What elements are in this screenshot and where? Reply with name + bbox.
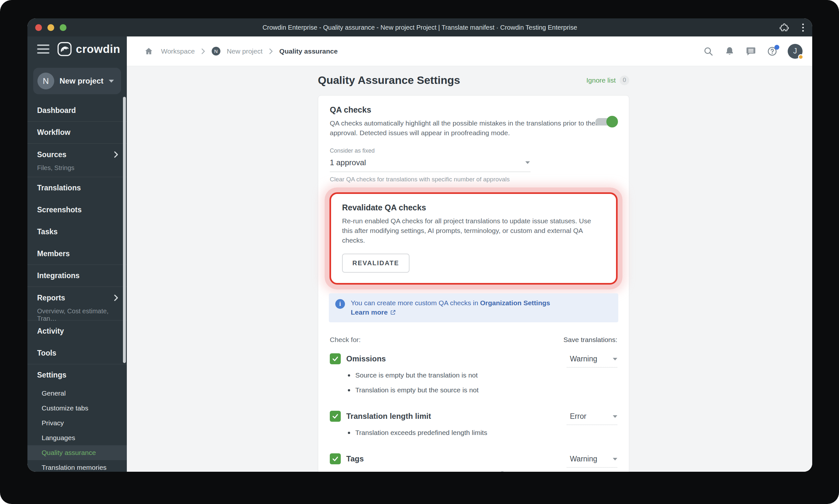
sidebar-item-settings-general[interactable]: General [28, 386, 127, 401]
help-icon[interactable] [766, 46, 778, 57]
sidebar-item-tools[interactable]: Tools [28, 342, 127, 364]
notifications-bell-icon[interactable] [724, 46, 735, 57]
sidebar-item-settings-privacy[interactable]: Privacy [28, 416, 127, 430]
sidebar-scrollbar[interactable] [123, 97, 126, 363]
chevron-down-icon [109, 80, 114, 83]
bullet-item: Translation exceeds predefined length li… [348, 429, 567, 436]
check-for-label: Check for: [330, 336, 564, 344]
chevron-right-icon [114, 151, 119, 158]
sidebar-item-settings-quality-assurance[interactable]: Quality assurance [28, 445, 127, 460]
sidebar-item-members[interactable]: Members [28, 242, 127, 265]
consider-as-fixed-label: Consider as fixed [330, 147, 617, 154]
organization-settings-link[interactable]: Organization Settings [480, 299, 550, 307]
hamburger-menu-icon[interactable] [37, 44, 49, 54]
revalidate-button[interactable]: REVALIDATE [342, 254, 410, 273]
info-banner: i You can create more custom QA checks i… [329, 293, 618, 322]
chevron-right-icon [201, 49, 205, 54]
chevron-down-icon [613, 415, 617, 418]
revalidate-highlight-glow: Revalidate QA checks Re-run enabled QA c… [325, 187, 623, 289]
breadcrumb-current: Quality assurance [280, 48, 338, 55]
qa-checks-heading: QA checks [330, 105, 617, 114]
sidebar-item-sources[interactable]: Sources Files, Strings [28, 143, 127, 177]
consider-as-fixed-help: Clear QA checks for translations with sp… [330, 176, 617, 183]
window-title: Crowdin Enterprise - Quality assurance -… [28, 24, 812, 31]
sidebar-menu: Dashboard Workflow Sources Files, String… [28, 100, 127, 472]
browser-window: Crowdin Enterprise - Quality assurance -… [28, 18, 812, 472]
revalidate-description: Re-run enabled QA checks for all project… [342, 216, 597, 245]
page-content: Quality Assurance Settings Ignore list 0… [127, 66, 812, 472]
sidebar-item-translations[interactable]: Translations [28, 177, 127, 199]
sidebar-item-screenshots[interactable]: Screenshots [28, 199, 127, 221]
breadcrumb-workspace[interactable]: Workspace [161, 48, 195, 55]
breadcrumb-project[interactable]: New project [227, 48, 263, 55]
browser-menu-icon[interactable] [802, 23, 804, 32]
info-icon[interactable]: i [498, 471, 506, 472]
bullet-item: Inconsistent tags in the source and tran… [348, 471, 567, 472]
home-icon[interactable] [143, 46, 155, 57]
toggle-thumb [606, 116, 618, 127]
messages-chat-icon[interactable] [745, 46, 757, 57]
chevron-down-icon [525, 161, 530, 164]
sidebar-item-settings-languages[interactable]: Languages [28, 430, 127, 445]
sidebar-item-sources-sub: Files, Strings [37, 164, 119, 172]
check-row-omissions: Omissions Source is empty but the transl… [330, 353, 617, 394]
qa-settings-card: QA checks QA checks automatically highli… [318, 95, 629, 472]
external-link-icon [390, 309, 396, 316]
ignore-list-count-badge: 0 [620, 75, 629, 85]
top-header: Workspace N New project Quality assuranc… [127, 36, 812, 66]
avatar-status-dot [798, 54, 804, 60]
sidebar-item-integrations[interactable]: Integrations [28, 265, 127, 287]
sidebar-item-dashboard[interactable]: Dashboard [28, 100, 127, 121]
sidebar-item-settings-customize-tabs[interactable]: Customize tabs [28, 401, 127, 416]
translation-length-limit-checkbox[interactable] [330, 411, 341, 422]
sidebar-item-reports[interactable]: Reports Overview, Cost estimate, Tran… [28, 287, 127, 320]
screen-frame: Crowdin Enterprise - Quality assurance -… [0, 0, 839, 504]
check-row-tags: Tags Inconsistent tags in the source and… [330, 453, 617, 472]
tags-severity-select[interactable]: Warning [567, 453, 617, 468]
translation-length-limit-severity-select[interactable]: Error [567, 411, 617, 425]
extensions-icon[interactable] [778, 22, 790, 33]
search-icon[interactable] [702, 46, 714, 57]
user-avatar[interactable]: J [788, 44, 803, 59]
project-selector[interactable]: N New project [33, 68, 121, 94]
chevron-down-icon [613, 458, 617, 461]
chevron-right-icon [269, 49, 273, 54]
revalidate-heading: Revalidate QA checks [342, 203, 605, 212]
chevron-right-icon [114, 294, 119, 301]
tags-checkbox[interactable] [330, 453, 341, 464]
page-title: Quality Assurance Settings [318, 74, 586, 87]
breadcrumb-project-badge: N [212, 47, 220, 55]
project-selector-name: New project [54, 76, 109, 86]
save-translations-label: Save translations: [564, 336, 617, 344]
sidebar-item-workflow[interactable]: Workflow [28, 121, 127, 143]
project-avatar: N [37, 73, 54, 89]
consider-as-fixed-select[interactable]: 1 approval [330, 156, 531, 172]
crowdin-wordmark: crowdin [76, 42, 120, 55]
check-row-translation-length-limit: Translation length limit Translation exc… [330, 411, 617, 436]
window-titlebar: Crowdin Enterprise - Quality assurance -… [28, 18, 812, 36]
bullet-item: Source is empty but the translation is n… [348, 372, 567, 379]
help-badge-dot [774, 45, 779, 50]
sidebar-item-tasks[interactable]: Tasks [28, 221, 127, 242]
sidebar: crowdin N New project Dashboard Workflow… [28, 36, 127, 472]
ignore-list-link[interactable]: Ignore list 0 [586, 75, 629, 85]
sidebar-item-settings-translation-memories[interactable]: Translation memories [28, 460, 127, 472]
breadcrumb: Workspace N New project Quality assuranc… [143, 46, 702, 57]
learn-more-link[interactable]: Learn more [351, 307, 396, 317]
banner-text: You can create more custom QA checks in [351, 299, 480, 307]
crowdin-logo-icon [57, 42, 72, 56]
bullet-item: Translation is empty but the source is n… [348, 386, 567, 394]
chevron-down-icon [613, 358, 617, 360]
crowdin-logo[interactable]: crowdin [57, 42, 120, 56]
sidebar-item-settings[interactable]: Settings [28, 364, 127, 386]
omissions-checkbox[interactable] [330, 353, 341, 364]
info-icon: i [335, 299, 345, 309]
qa-checks-description: QA checks automatically highlight all th… [330, 119, 604, 138]
omissions-severity-select[interactable]: Warning [567, 353, 617, 367]
revalidate-section: Revalidate QA checks Re-run enabled QA c… [329, 192, 618, 285]
sidebar-item-activity[interactable]: Activity [28, 320, 127, 342]
qa-checks-toggle[interactable] [595, 115, 618, 128]
